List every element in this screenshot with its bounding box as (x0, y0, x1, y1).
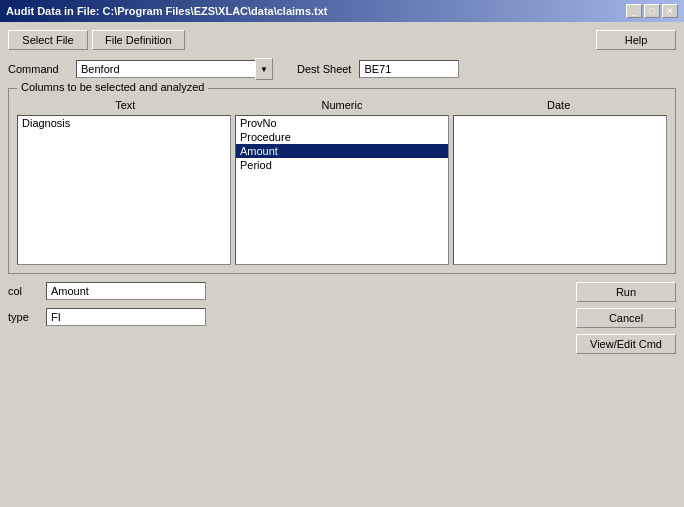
title-bar: Audit Data in File: C:\Program Files\EZS… (0, 0, 684, 22)
text-list-box[interactable]: Diagnosis (17, 115, 231, 265)
date-header: Date (450, 99, 667, 111)
maximize-button[interactable]: □ (644, 4, 660, 18)
list-item[interactable]: ProvNo (236, 116, 448, 130)
col-input[interactable] (46, 282, 206, 300)
command-row: Command ▼ Dest Sheet (8, 58, 676, 80)
columns-group-box: Columns to be selected and analyzed Text… (8, 88, 676, 274)
list-item-selected[interactable]: Amount (236, 144, 448, 158)
minimize-button[interactable]: _ (626, 4, 642, 18)
type-label: type (8, 311, 38, 323)
type-input[interactable] (46, 308, 206, 326)
select-file-button[interactable]: Select File (8, 30, 88, 50)
numeric-list-box[interactable]: ProvNo Procedure Amount Period (235, 115, 449, 265)
list-item[interactable]: Procedure (236, 130, 448, 144)
numeric-header: Numeric (234, 99, 451, 111)
title-bar-text: Audit Data in File: C:\Program Files\EZS… (6, 5, 328, 17)
dest-sheet-input[interactable] (359, 60, 459, 78)
title-bar-controls[interactable]: _ □ ✕ (626, 4, 678, 18)
view-edit-cmd-button[interactable]: View/Edit Cmd (576, 334, 676, 354)
columns-body: Diagnosis ProvNo Procedure Amount Period (17, 115, 667, 265)
help-button[interactable]: Help (596, 30, 676, 50)
toolbar: Select File File Definition Help (8, 30, 676, 50)
col-label: col (8, 285, 38, 297)
list-item[interactable]: Diagnosis (18, 116, 230, 130)
text-header: Text (17, 99, 234, 111)
toolbar-left: Select File File Definition (8, 30, 185, 50)
command-combo-wrapper[interactable]: ▼ (76, 58, 273, 80)
close-button[interactable]: ✕ (662, 4, 678, 18)
bottom-right: Run Cancel View/Edit Cmd (576, 282, 676, 354)
cancel-button[interactable]: Cancel (576, 308, 676, 328)
date-list-box[interactable] (453, 115, 667, 265)
group-box-label: Columns to be selected and analyzed (17, 81, 208, 93)
main-content: Select File File Definition Help Command… (0, 22, 684, 507)
columns-header: Text Numeric Date (17, 93, 667, 111)
run-button[interactable]: Run (576, 282, 676, 302)
col-field-row: col (8, 282, 206, 300)
file-definition-button[interactable]: File Definition (92, 30, 185, 50)
bottom-section: col type Run Cancel View/Edit Cmd (8, 282, 676, 354)
command-input[interactable] (76, 60, 256, 78)
command-dropdown-arrow[interactable]: ▼ (255, 58, 273, 80)
list-item[interactable]: Period (236, 158, 448, 172)
bottom-left: col type (8, 282, 206, 354)
type-field-row: type (8, 308, 206, 326)
dest-sheet-label: Dest Sheet (297, 63, 351, 75)
command-label: Command (8, 63, 68, 75)
